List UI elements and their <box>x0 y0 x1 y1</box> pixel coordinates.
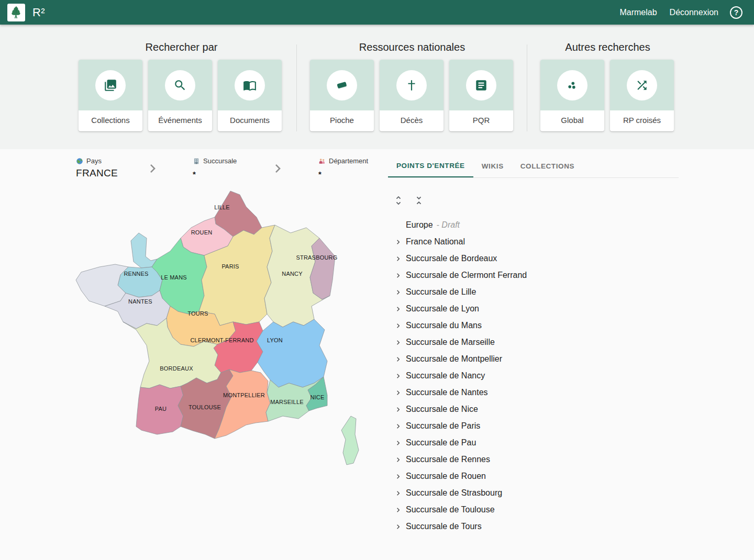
card-label: Global <box>540 110 604 131</box>
collections-card[interactable]: Collections <box>79 60 142 131</box>
tree-item[interactable]: France National <box>388 233 679 250</box>
tab-points-dentree[interactable]: POINTS D'ENTRÉE <box>388 154 473 177</box>
draft-badge: - Draft <box>437 220 460 230</box>
map-region-lyon[interactable] <box>257 319 327 387</box>
tree-item[interactable]: Succursale de Montpellier <box>388 351 679 367</box>
tree-item[interactable]: Succursale de Pau <box>388 434 679 451</box>
section-title: Rechercher par <box>79 41 284 53</box>
account-button[interactable]: Marmelab <box>613 4 663 21</box>
chevron-right-icon <box>394 522 403 531</box>
app-logo[interactable] <box>7 4 25 21</box>
article-icon <box>466 70 496 100</box>
unfold-less-icon[interactable] <box>413 195 425 206</box>
unfold-more-icon[interactable] <box>393 195 404 206</box>
menu-book-icon <box>235 70 265 100</box>
evenements-card[interactable]: Événements <box>148 60 212 131</box>
cross-icon <box>396 70 427 100</box>
card-label: PQR <box>449 110 513 131</box>
tree-item[interactable]: Succursale de Nancy <box>388 367 679 384</box>
map-region-cotentin[interactable] <box>131 233 157 268</box>
filter-departement-value: * <box>318 170 368 178</box>
rp-croises-card[interactable]: RP croisés <box>610 60 674 131</box>
shuffle-icon <box>627 70 657 100</box>
card-label: Décès <box>380 110 443 131</box>
chevron-right-icon <box>394 439 403 447</box>
map-region-corse[interactable] <box>341 416 359 465</box>
chevron-right-icon <box>394 489 403 498</box>
tree-item[interactable]: Succursale de Nantes <box>388 384 679 401</box>
tree-tools <box>393 195 425 206</box>
filter-pays[interactable]: Pays FRANCE <box>76 157 118 179</box>
chevron-right-icon <box>394 355 403 364</box>
department-icon <box>318 158 326 165</box>
chevron-right-icon <box>394 506 403 514</box>
photo-library-icon <box>95 70 126 100</box>
chevron-right-icon <box>394 372 403 380</box>
tree-item[interactable]: Succursale de Toulouse <box>388 501 679 518</box>
section-divider <box>527 44 527 131</box>
tree-item[interactable]: Succursale de Rouen <box>388 468 679 485</box>
chevron-right-icon <box>394 254 403 263</box>
tree-logo-icon <box>9 5 24 20</box>
filter-pays-value: FRANCE <box>76 167 118 179</box>
global-card[interactable]: Global <box>540 60 604 131</box>
chevron-right-icon <box>394 271 403 280</box>
tree-item[interactable]: Succursale de Nice <box>388 401 679 418</box>
tree-root-europe[interactable]: Europe - Draft <box>388 217 679 233</box>
card-label: Collections <box>79 110 142 131</box>
tree-item[interactable]: Succursale de Strasbourg <box>388 485 679 501</box>
right-panel-tabs: POINTS D'ENTRÉE WIKIS COLLECTIONS <box>388 154 679 178</box>
section-title: Ressources nationales <box>310 41 514 53</box>
filter-succursale[interactable]: Succursale * <box>193 157 237 178</box>
map-region-strasbourg[interactable] <box>310 238 335 299</box>
group-rechercher-par: Rechercher par Collections Événements Do… <box>79 41 284 131</box>
card-label: Événements <box>148 110 212 131</box>
tab-wikis[interactable]: WIKIS <box>473 154 512 177</box>
search-launcher-section: Rechercher par Collections Événements Do… <box>0 25 754 149</box>
chevron-right-icon <box>394 455 403 464</box>
building-icon <box>193 158 200 165</box>
chevron-right-icon <box>394 405 403 414</box>
help-icon[interactable]: ? <box>730 6 742 19</box>
group-autres-recherches: Autres recherches Global RP croisés <box>540 41 675 131</box>
card-label: RP croisés <box>610 110 674 131</box>
bubble-chart-icon <box>557 70 587 100</box>
card-label: Documents <box>218 110 282 131</box>
tree-item[interactable]: Succursale de Tours <box>388 518 679 535</box>
book-3d-icon <box>327 70 357 100</box>
search-icon <box>165 70 195 100</box>
filter-succursale-value: * <box>193 170 237 178</box>
group-ressources-nationales: Ressources nationales Pioche Décès PQR <box>310 41 514 131</box>
chevron-right-icon <box>394 288 403 297</box>
chevron-right-icon <box>394 422 403 431</box>
globe-icon <box>76 158 83 165</box>
tree-item[interactable]: Succursale de Bordeaux <box>388 250 679 267</box>
chevron-right-icon <box>145 160 161 177</box>
chevron-right-icon <box>394 238 403 247</box>
app-title: R² <box>32 6 45 19</box>
chevron-right-icon <box>270 160 286 177</box>
map-region-pau[interactable] <box>136 385 183 434</box>
entry-points-tree: Europe - Draft France National Succursal… <box>388 217 679 535</box>
pioche-card[interactable]: Pioche <box>310 60 374 131</box>
tree-item[interactable]: Succursale de Paris <box>388 418 679 434</box>
logout-button[interactable]: Déconnexion <box>663 4 725 21</box>
tree-item[interactable]: Succursale de Marseille <box>388 334 679 351</box>
tree-item[interactable]: Succursale du Mans <box>388 317 679 334</box>
tree-item[interactable]: Succursale de Clermont Ferrand <box>388 267 679 284</box>
tree-item[interactable]: Succursale de Rennes <box>388 451 679 468</box>
chevron-right-icon <box>394 305 403 313</box>
chevron-right-icon <box>394 388 403 397</box>
tree-item[interactable]: Succursale de Lille <box>388 284 679 300</box>
tree-item[interactable]: Succursale de Lyon <box>388 300 679 317</box>
documents-card[interactable]: Documents <box>218 60 282 131</box>
card-label: Pioche <box>310 110 374 131</box>
tab-collections[interactable]: COLLECTIONS <box>512 154 583 177</box>
deces-card[interactable]: Décès <box>380 60 443 131</box>
chevron-right-icon <box>394 321 403 330</box>
france-regions-map: LILLE ROUEN RENNES LE MANS NANTES PARIS … <box>73 188 377 471</box>
pqr-card[interactable]: PQR <box>449 60 513 131</box>
filter-departement[interactable]: Département * <box>318 157 368 178</box>
chevron-right-icon <box>394 472 403 481</box>
section-title: Autres recherches <box>540 41 675 53</box>
